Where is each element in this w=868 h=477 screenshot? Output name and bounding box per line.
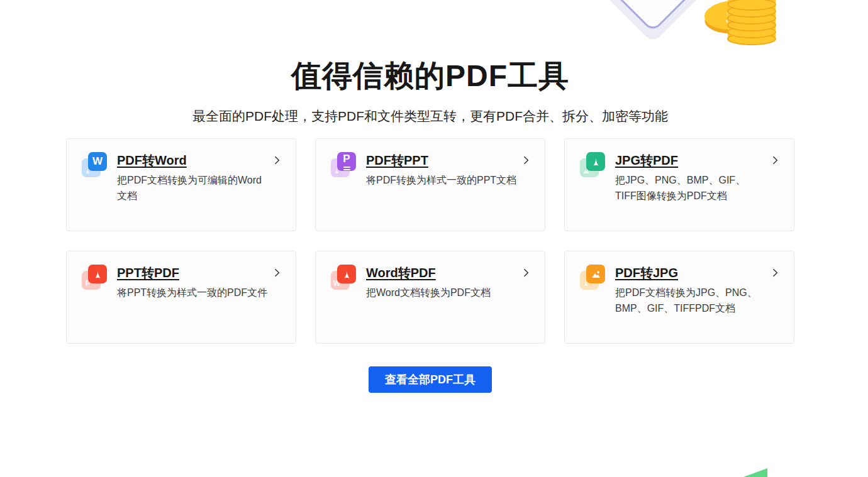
- card-title-pdf-to-word[interactable]: PDF转Word: [117, 151, 187, 169]
- card-title-jpg-to-pdf[interactable]: JPG转PDF: [615, 151, 678, 169]
- chevron-right-icon: [270, 154, 283, 167]
- card-pdf-to-ppt[interactable]: P PDF转PPT 将PDF转换为样式一致的PPT文档: [315, 138, 545, 231]
- card-ppt-to-pdf[interactable]: P PPT转PDF 将PPT转换为样式一致的PDF文件: [66, 251, 296, 344]
- card-description: 将PPT转换为样式一致的PDF文件: [117, 285, 268, 300]
- pdf-glyph: [88, 265, 107, 283]
- card-title-pdf-to-ppt[interactable]: PDF转PPT: [366, 151, 428, 169]
- card-jpg-to-pdf[interactable]: JPG转PDF 把JPG、PNG、BMP、GIF、TIFF图像转换为PDF文档: [564, 138, 794, 231]
- card-description: 把Word文档转换为PDF文档: [366, 285, 517, 300]
- chevron-right-icon: [769, 266, 781, 279]
- card-description: 把PDF文档转换为JPG、PNG、BMP、GIF、TIFFPDF文档: [615, 285, 766, 316]
- view-all-pdf-tools-button[interactable]: 查看全部PDF工具: [369, 366, 492, 393]
- card-pdf-to-word[interactable]: W PDF转Word 把PDF文档转换为可编辑的Word文档: [66, 138, 296, 231]
- card-title-word-to-pdf[interactable]: Word转PDF: [366, 264, 436, 282]
- pdf-to-ppt-icon: P: [331, 152, 356, 177]
- tools-grid: W PDF转Word 把PDF文档转换为可编辑的Word文档 P: [66, 138, 794, 344]
- page-subtitle: 最全面的PDF处理，支持PDF和文件类型互转，更有PDF合并、拆分、加密等功能: [182, 105, 679, 127]
- ppt-to-pdf-icon: P: [82, 265, 107, 290]
- card-description: 把JPG、PNG、BMP、GIF、TIFF图像转换为PDF文档: [615, 172, 766, 204]
- green-arrow-accent: [743, 468, 767, 477]
- pdf-tools-section: 值得信赖的PDF工具 最全面的PDF处理，支持PDF和文件类型互转，更有PDF合…: [66, 0, 794, 393]
- card-description: 把PDF文档转换为可编辑的Word文档: [117, 172, 268, 204]
- chevron-right-icon: [769, 154, 781, 167]
- card-word-to-pdf[interactable]: W Word转PDF 把Word文档转换为PDF文档: [315, 251, 545, 344]
- card-title-ppt-to-pdf[interactable]: PPT转PDF: [117, 264, 179, 282]
- ppt-glyph: P: [337, 152, 356, 171]
- chevron-right-icon: [520, 154, 532, 167]
- pdf-to-jpg-icon: [580, 265, 605, 290]
- chevron-right-icon: [520, 266, 532, 279]
- page-title: 值得信赖的PDF工具: [66, 55, 794, 96]
- card-title-pdf-to-jpg[interactable]: PDF转JPG: [615, 264, 678, 282]
- card-description: 将PDF转换为样式一致的PPT文档: [366, 172, 517, 188]
- jpg-to-pdf-icon: [580, 152, 605, 177]
- chevron-right-icon: [270, 266, 283, 279]
- pdf-glyph: [337, 265, 356, 283]
- pdf-glyph: [586, 152, 605, 171]
- word-glyph: W: [88, 152, 107, 171]
- pdf-to-word-icon: W: [82, 152, 107, 177]
- word-to-pdf-icon: W: [331, 265, 356, 290]
- card-pdf-to-jpg[interactable]: PDF转JPG 把PDF文档转换为JPG、PNG、BMP、GIF、TIFFPDF…: [564, 251, 794, 344]
- image-glyph: [586, 265, 605, 283]
